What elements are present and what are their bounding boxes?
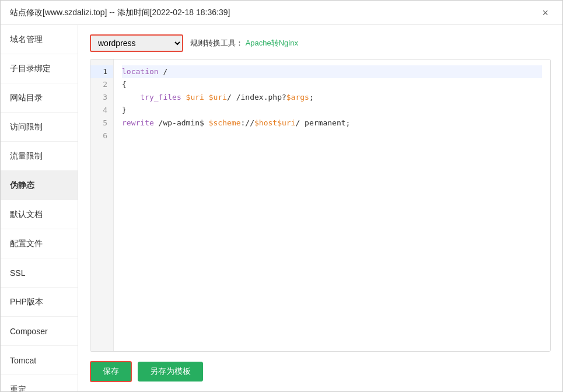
- sidebar-item-网站目录[interactable]: 网站目录: [1, 83, 78, 113]
- template-select[interactable]: wordpresstypechodiscuzdedecmsdefault: [90, 34, 183, 52]
- line-number-5: 5: [90, 117, 113, 130]
- code-line-6: rewrite /wp-admin$ $scheme://$host$uri/ …: [122, 117, 542, 130]
- code-area: 123456 location /{ try_files $uri $uri/ …: [90, 60, 550, 351]
- sidebar-item-重定[interactable]: 重定: [1, 375, 78, 391]
- code-content[interactable]: location /{ try_files $uri $uri/ /index.…: [114, 60, 550, 351]
- sidebar-item-Tomcat[interactable]: Tomcat: [1, 346, 78, 375]
- code-line-2: {: [122, 78, 542, 91]
- sidebar-item-默认文档[interactable]: 默认文档: [1, 200, 78, 229]
- sidebar-item-PHP版本[interactable]: PHP版本: [1, 288, 78, 317]
- save-button[interactable]: 保存: [90, 361, 132, 382]
- sidebar-item-Composer[interactable]: Composer: [1, 317, 78, 346]
- sidebar-item-伪静态[interactable]: 伪静态: [1, 171, 78, 200]
- code-line-3: try_files $uri $uri/ /index.php?$args;: [122, 91, 542, 104]
- sidebar-item-子目录绑定[interactable]: 子目录绑定: [1, 54, 78, 83]
- rule-converter-link[interactable]: Apache转Nginx: [246, 38, 298, 47]
- sidebar-item-域名管理[interactable]: 域名管理: [1, 25, 78, 54]
- main-dialog: 站点修改[www.szdalizi.top] -- 添加时间[2022-02-1…: [0, 0, 563, 392]
- code-line-4: }: [122, 104, 542, 117]
- line-numbers: 123456: [90, 60, 114, 351]
- sidebar-item-SSL[interactable]: SSL: [1, 258, 78, 288]
- code-editor: 123456 location /{ try_files $uri $uri/ …: [90, 59, 551, 352]
- line-number-1: 1: [90, 65, 113, 78]
- sidebar: 域名管理子目录绑定网站目录访问限制流量限制伪静态默认文档配置文件SSLPHP版本…: [1, 25, 78, 391]
- sidebar-item-流量限制[interactable]: 流量限制: [1, 142, 78, 171]
- button-row: 保存 另存为模板: [90, 361, 551, 382]
- dialog-title: 站点修改[www.szdalizi.top] -- 添加时间[2022-02-1…: [10, 8, 230, 18]
- sidebar-item-访问限制[interactable]: 访问限制: [1, 113, 78, 142]
- close-button[interactable]: ×: [537, 5, 553, 20]
- main-content: wordpresstypechodiscuzdedecmsdefault 规则转…: [78, 25, 562, 391]
- line-number-4: 4: [90, 104, 113, 117]
- sidebar-item-配置文件[interactable]: 配置文件: [1, 229, 78, 258]
- line-number-2: 2: [90, 78, 113, 91]
- dialog-body: 域名管理子目录绑定网站目录访问限制流量限制伪静态默认文档配置文件SSLPHP版本…: [1, 25, 562, 391]
- save-template-button[interactable]: 另存为模板: [138, 362, 203, 382]
- code-line-1: location /: [122, 65, 542, 78]
- rule-converter-label: 规则转换工具： Apache转Nginx: [190, 38, 298, 48]
- toolbar-row: wordpresstypechodiscuzdedecmsdefault 规则转…: [90, 34, 551, 52]
- line-number-6: 6: [90, 130, 113, 142]
- line-number-3: 3: [90, 91, 113, 104]
- dialog-header: 站点修改[www.szdalizi.top] -- 添加时间[2022-02-1…: [1, 1, 562, 25]
